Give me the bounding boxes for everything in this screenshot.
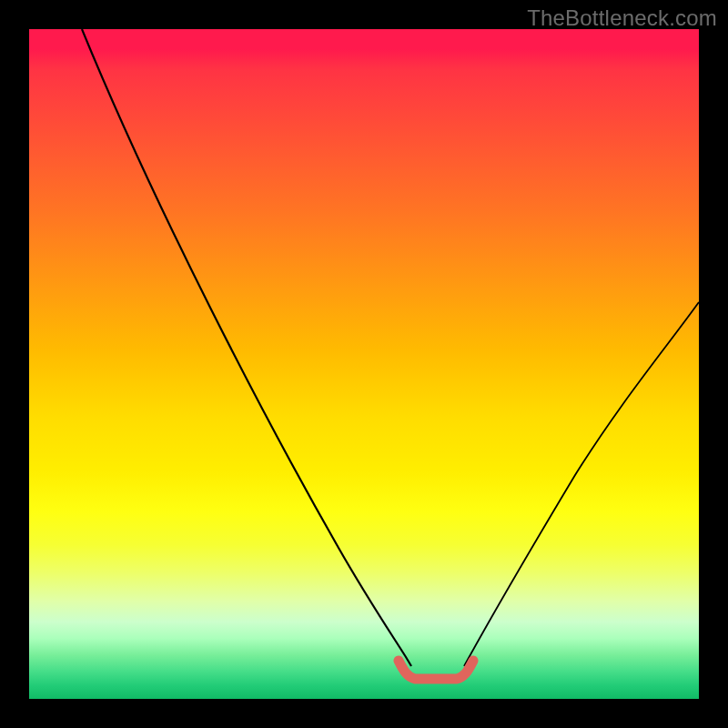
plot-area [29,29,699,699]
chart-frame: TheBottleneck.com [0,0,728,728]
watermark-text: TheBottleneck.com [527,5,717,31]
left-curve [82,29,411,666]
curve-overlay [29,29,699,699]
right-curve [464,302,699,666]
